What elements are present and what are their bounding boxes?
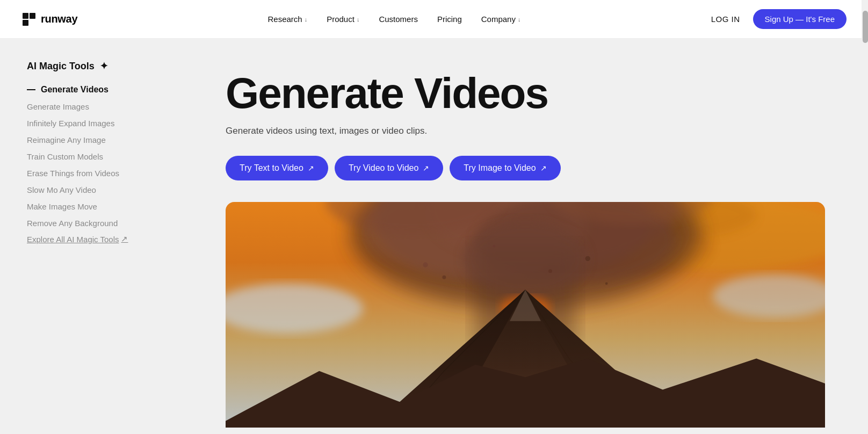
- company-arrow: ↓: [518, 16, 521, 23]
- sidebar-items-list: Generate Images Infinitely Expand Images…: [27, 101, 161, 229]
- sidebar-item-expand-images[interactable]: Infinitely Expand Images: [27, 119, 114, 128]
- hero-subtitle: Generate videos using text, images or vi…: [226, 126, 825, 136]
- image-video-arrow-icon: ↗: [540, 164, 547, 172]
- scrollbar-thumb[interactable]: [863, 11, 868, 43]
- header: runway Research ↓ Product ↓ Customers Pr…: [0, 0, 868, 39]
- explore-all-link[interactable]: Explore All AI Magic Tools ↗: [27, 234, 161, 244]
- svg-point-26: [442, 276, 446, 279]
- explore-arrow-icon: ↗: [121, 234, 128, 244]
- sidebar-item-erase[interactable]: Erase Things from Videos: [27, 169, 119, 178]
- right-content: Generate Videos Generate videos using te…: [183, 39, 868, 434]
- main-content: AI Magic Tools ✦ Generate Videos Generat…: [0, 39, 868, 434]
- list-item: Train Custom Models: [27, 151, 161, 162]
- svg-point-29: [548, 269, 552, 273]
- cta-buttons: Try Text to Video ↗ Try Video to Video ↗…: [226, 156, 825, 180]
- runway-logo-icon: [21, 12, 37, 27]
- try-video-to-video-button[interactable]: Try Video to Video ↗: [335, 156, 443, 180]
- magic-wand-icon: ✦: [100, 60, 108, 72]
- sidebar-item-reimagine[interactable]: Reimagine Any Image: [27, 135, 106, 144]
- svg-point-28: [493, 245, 496, 248]
- list-item: Make Images Move: [27, 201, 161, 212]
- svg-rect-0: [23, 13, 28, 19]
- list-item: Erase Things from Videos: [27, 168, 161, 179]
- hero-title: Generate Videos: [226, 71, 825, 116]
- nav-pricing[interactable]: Pricing: [437, 15, 462, 24]
- sidebar-item-make-images-move[interactable]: Make Images Move: [27, 202, 97, 211]
- sidebar-item-train-models[interactable]: Train Custom Models: [27, 152, 103, 161]
- sidebar-title: AI Magic Tools ✦: [27, 60, 161, 72]
- nav-company[interactable]: Company ↓: [481, 15, 521, 24]
- list-item: Remove Any Background: [27, 218, 161, 229]
- list-item: Infinitely Expand Images: [27, 118, 161, 129]
- svg-rect-1: [30, 13, 35, 19]
- try-text-to-video-button[interactable]: Try Text to Video ↗: [226, 156, 328, 180]
- product-arrow: ↓: [357, 16, 360, 23]
- svg-point-15: [463, 221, 588, 296]
- svg-rect-2: [23, 20, 28, 26]
- list-item: Slow Mo Any Video: [27, 184, 161, 196]
- nav-customers[interactable]: Customers: [379, 15, 418, 24]
- try-image-to-video-button[interactable]: Try Image to Video ↗: [450, 156, 560, 180]
- video-preview: [226, 202, 825, 428]
- text-video-arrow-icon: ↗: [308, 164, 314, 172]
- login-button[interactable]: LOG IN: [711, 15, 740, 24]
- video-video-arrow-icon: ↗: [423, 164, 429, 172]
- logo-text: runway: [41, 13, 77, 25]
- scrollbar[interactable]: [862, 0, 868, 434]
- main-nav: Research ↓ Product ↓ Customers Pricing C…: [267, 15, 520, 24]
- svg-point-27: [585, 256, 590, 261]
- sidebar-active-item[interactable]: Generate Videos: [27, 85, 161, 95]
- nav-product[interactable]: Product ↓: [327, 15, 359, 24]
- sidebar-item-generate-images[interactable]: Generate Images: [27, 102, 89, 111]
- sidebar-item-remove-background[interactable]: Remove Any Background: [27, 219, 118, 228]
- signup-button[interactable]: Sign Up — It's Free: [753, 9, 847, 29]
- nav-research[interactable]: Research ↓: [267, 15, 307, 24]
- research-arrow: ↓: [305, 16, 308, 23]
- list-item: Generate Images: [27, 101, 161, 112]
- logo[interactable]: runway: [21, 12, 77, 27]
- sidebar-item-slow-mo[interactable]: Slow Mo Any Video: [27, 185, 96, 194]
- active-indicator: [27, 89, 35, 90]
- svg-point-31: [423, 262, 428, 267]
- volcano-image: [226, 202, 825, 428]
- svg-point-30: [605, 283, 608, 285]
- sidebar: AI Magic Tools ✦ Generate Videos Generat…: [0, 39, 183, 434]
- header-actions: LOG IN Sign Up — It's Free: [711, 9, 847, 29]
- list-item: Reimagine Any Image: [27, 134, 161, 146]
